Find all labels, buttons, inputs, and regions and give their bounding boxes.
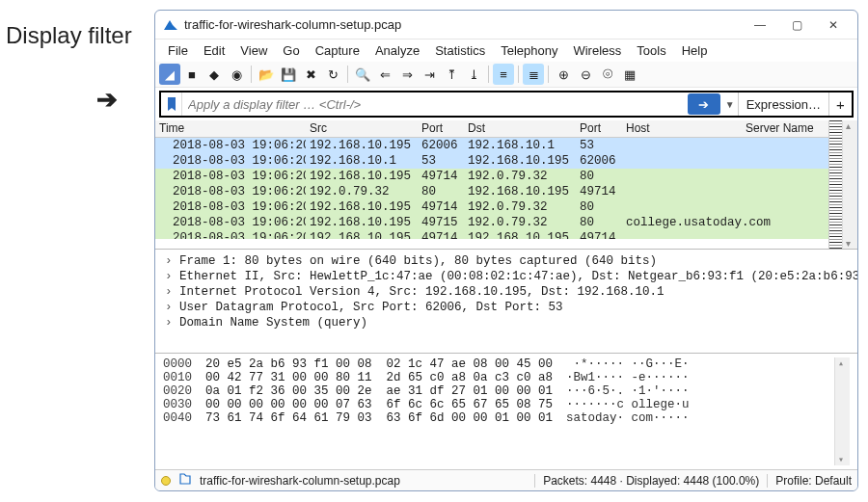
annotation-label: Display filter bbox=[0, 23, 149, 48]
packet-row[interactable]: 2018-08-03 19:06:20192.168.10.1954971419… bbox=[155, 169, 828, 184]
cell-time: 2018-08-03 19:06:20 bbox=[155, 138, 306, 153]
open-icon[interactable]: 📂 bbox=[256, 64, 277, 85]
cell-time: 2018-08-03 19:06:20 bbox=[155, 169, 306, 184]
cell-host: college.usatoday.com bbox=[622, 215, 828, 230]
cell-dport: 62006 bbox=[576, 153, 622, 169]
cell-dport: 53 bbox=[576, 138, 622, 153]
col-time[interactable]: Time bbox=[155, 120, 306, 137]
resize-icon[interactable]: ▦ bbox=[619, 64, 640, 85]
expression-button[interactable]: Expression… bbox=[738, 92, 828, 116]
menu-go[interactable]: Go bbox=[276, 41, 306, 60]
save-icon[interactable]: 💾 bbox=[278, 64, 299, 85]
col-server-name[interactable]: Server Name bbox=[742, 120, 828, 137]
cell-host bbox=[622, 230, 828, 239]
menu-view[interactable]: View bbox=[233, 41, 274, 60]
menu-statistics[interactable]: Statistics bbox=[428, 41, 492, 60]
detail-tree-item[interactable]: User Datagram Protocol, Src Port: 62006,… bbox=[157, 300, 857, 315]
add-filter-button[interactable]: + bbox=[828, 92, 852, 116]
hex-line[interactable]: 00200a 01 f2 36 00 35 00 2e ae 31 df 27 … bbox=[163, 384, 834, 398]
shark-icon[interactable]: ◢ bbox=[159, 64, 180, 85]
cell-dst: 192.168.10.195 bbox=[464, 184, 576, 199]
cell-host bbox=[622, 169, 828, 184]
packet-row[interactable]: 2018-08-03 19:06:20192.168.10.1954971419… bbox=[155, 199, 828, 215]
display-filter-input[interactable] bbox=[182, 97, 688, 112]
menu-help[interactable]: Help bbox=[675, 41, 715, 60]
cell-sport: 49715 bbox=[418, 215, 464, 230]
menu-tools[interactable]: Tools bbox=[630, 41, 672, 60]
stop-icon[interactable]: ■ bbox=[181, 64, 203, 85]
status-profile[interactable]: Profile: Default bbox=[775, 474, 852, 488]
packet-row[interactable]: 2018-08-03 19:06:20192.168.10.1956200619… bbox=[155, 138, 828, 153]
menu-edit[interactable]: Edit bbox=[197, 41, 231, 60]
menu-file[interactable]: File bbox=[161, 41, 195, 60]
bytes-scrollbar[interactable] bbox=[834, 357, 850, 465]
hex-line[interactable]: 000020 e5 2a b6 93 f1 00 08 02 1c 47 ae … bbox=[163, 357, 834, 371]
col-dport[interactable]: Port bbox=[576, 120, 622, 137]
colorize-icon[interactable]: ≣ bbox=[523, 64, 544, 85]
jump-icon[interactable]: ⇥ bbox=[419, 64, 440, 85]
hex-line[interactable]: 001000 42 77 31 00 00 80 11 2d 65 c0 a8 … bbox=[163, 371, 834, 384]
titlebar: traffic-for-wireshark-column-setup.pcap … bbox=[155, 11, 857, 40]
filter-history-dropdown[interactable]: ▼ bbox=[722, 99, 738, 110]
last-icon[interactable]: ⤓ bbox=[463, 64, 484, 85]
first-icon[interactable]: ⤒ bbox=[441, 64, 462, 85]
fwd-icon[interactable]: ⇒ bbox=[396, 64, 418, 85]
bookmark-filter-icon[interactable] bbox=[161, 92, 182, 116]
col-src[interactable]: Src bbox=[306, 120, 418, 137]
statusbar: traffic-for-wireshark-column-setup.pcap … bbox=[155, 469, 857, 490]
cell-dport: 49714 bbox=[576, 230, 622, 239]
menubar: FileEditViewGoCaptureAnalyzeStatisticsTe… bbox=[155, 40, 857, 62]
packet-row[interactable]: 2018-08-03 19:06:20192.168.10.1954971419… bbox=[155, 230, 828, 239]
close-icon[interactable]: ✖ bbox=[300, 64, 321, 85]
packet-row[interactable]: 2018-08-03 19:06:20192.168.10.153192.168… bbox=[155, 153, 828, 169]
wireshark-icon bbox=[163, 17, 178, 33]
cell-src: 192.168.10.195 bbox=[306, 169, 418, 184]
zoomin-icon[interactable]: ⊕ bbox=[553, 64, 574, 85]
close-window-button[interactable]: ✕ bbox=[815, 13, 852, 37]
display-filter-bar: ➔ ▼ Expression… + bbox=[159, 91, 854, 118]
cell-dst: 192.168.10.1 bbox=[464, 138, 576, 153]
packet-list-headers[interactable]: Time Src Port Dst Port Host Server Name bbox=[155, 120, 828, 138]
detail-tree-item[interactable]: Ethernet II, Src: HewlettP_1c:47:ae (00:… bbox=[157, 269, 857, 284]
status-packets: Packets: 4448 · Displayed: 4448 (100.0%) bbox=[543, 474, 759, 488]
menu-capture[interactable]: Capture bbox=[309, 41, 366, 60]
packet-minimap[interactable] bbox=[828, 120, 842, 249]
cell-dport: 80 bbox=[576, 215, 622, 230]
col-sport[interactable]: Port bbox=[418, 120, 464, 137]
back-icon[interactable]: ⇐ bbox=[374, 64, 395, 85]
cell-dst: 192.0.79.32 bbox=[464, 215, 576, 230]
cell-src: 192.168.10.195 bbox=[306, 230, 418, 239]
detail-tree-item[interactable]: Domain Name System (query) bbox=[157, 315, 857, 330]
options-icon[interactable]: ◉ bbox=[226, 64, 247, 85]
apply-filter-button[interactable]: ➔ bbox=[688, 93, 720, 115]
cell-dport: 80 bbox=[576, 169, 622, 184]
reload-icon[interactable]: ↻ bbox=[322, 64, 343, 85]
cell-sport: 80 bbox=[418, 184, 464, 199]
hex-line[interactable]: 003000 00 00 00 00 00 07 63 6f 6c 6c 65 … bbox=[163, 398, 834, 411]
menu-telephony[interactable]: Telephony bbox=[494, 41, 564, 60]
restart-icon[interactable]: ◆ bbox=[203, 64, 225, 85]
capture-file-props-icon[interactable] bbox=[178, 472, 192, 489]
cell-sport: 62006 bbox=[418, 138, 464, 153]
cell-dst: 192.0.79.32 bbox=[464, 199, 576, 215]
zoom100-icon[interactable]: ⦾ bbox=[597, 64, 618, 85]
packet-list-scrollbar[interactable] bbox=[842, 120, 857, 249]
menu-wireless[interactable]: Wireless bbox=[566, 41, 628, 60]
minimize-button[interactable]: — bbox=[742, 13, 778, 37]
find-icon[interactable]: 🔍 bbox=[352, 64, 373, 85]
menu-analyze[interactable]: Analyze bbox=[368, 41, 426, 60]
hex-line[interactable]: 004073 61 74 6f 64 61 79 03 63 6f 6d 00 … bbox=[163, 411, 834, 425]
expert-info-icon[interactable] bbox=[161, 476, 171, 486]
detail-tree-item[interactable]: Frame 1: 80 bytes on wire (640 bits), 80… bbox=[157, 253, 857, 269]
cell-src: 192.168.10.1 bbox=[306, 153, 418, 169]
col-dst[interactable]: Dst bbox=[464, 120, 576, 137]
packet-row[interactable]: 2018-08-03 19:06:20192.0.79.3280192.168.… bbox=[155, 184, 828, 199]
cell-src: 192.168.10.195 bbox=[306, 199, 418, 215]
col-host[interactable]: Host bbox=[622, 120, 742, 137]
autoscroll-icon[interactable]: ≡ bbox=[493, 64, 514, 85]
zoomout-icon[interactable]: ⊖ bbox=[575, 64, 596, 85]
cell-time: 2018-08-03 19:06:20 bbox=[155, 184, 306, 199]
packet-row[interactable]: 2018-08-03 19:06:20192.168.10.1954971519… bbox=[155, 215, 828, 230]
detail-tree-item[interactable]: Internet Protocol Version 4, Src: 192.16… bbox=[157, 284, 857, 300]
maximize-button[interactable]: ▢ bbox=[778, 13, 815, 37]
